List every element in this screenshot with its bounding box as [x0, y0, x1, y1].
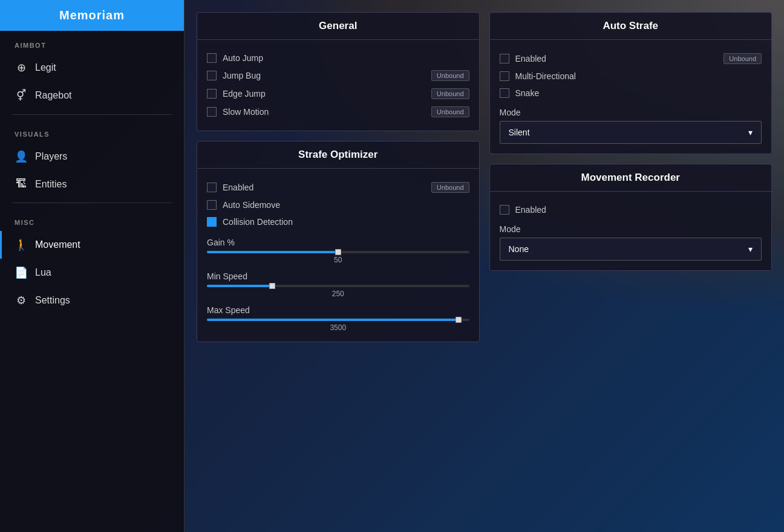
multi-directional-label: Multi-Directional: [515, 71, 762, 81]
gain-thumb[interactable]: [335, 249, 341, 255]
sidebar-item-ragebot[interactable]: ⚥ Ragebot: [0, 82, 184, 109]
as-mode-value: Silent: [509, 128, 530, 137]
max-speed-thumb[interactable]: [456, 317, 462, 323]
max-speed-value: 3500: [207, 323, 469, 332]
legit-icon: ⊕: [15, 61, 28, 74]
multi-directional-checkbox[interactable]: [500, 71, 509, 81]
snake-checkbox[interactable]: [500, 88, 509, 98]
sidebar-item-movement[interactable]: 🚶 Movement: [0, 231, 184, 259]
as-enabled-label: Enabled: [515, 54, 718, 63]
movement-recorder-body: Enabled Mode None ▾: [490, 192, 772, 270]
as-enabled-badge[interactable]: Unbound: [724, 53, 762, 64]
snake-label: Snake: [515, 88, 762, 98]
collision-detection-row: Collision Detection: [207, 213, 469, 230]
as-mode-row: Mode Silent ▾: [500, 108, 762, 144]
collision-detection-label: Collision Detection: [223, 217, 469, 227]
so-enabled-badge[interactable]: Unbound: [431, 182, 469, 193]
slow-motion-badge[interactable]: Unbound: [431, 106, 469, 117]
jump-bug-checkbox[interactable]: [207, 71, 217, 80]
collision-detection-checkbox[interactable]: [207, 217, 217, 227]
mr-mode-dropdown[interactable]: None ▾: [500, 238, 762, 261]
min-speed-fill: [207, 285, 272, 287]
sidebar-item-legit[interactable]: ⊕ Legit: [0, 54, 184, 82]
as-mode-label: Mode: [500, 108, 762, 117]
lua-icon: 📄: [15, 266, 28, 279]
as-enabled-checkbox[interactable]: [500, 54, 509, 63]
divider-1: [12, 114, 172, 115]
max-speed-slider-section: Max Speed 3500: [207, 305, 469, 332]
auto-jump-label: Auto Jump: [223, 53, 469, 63]
sidebar-item-entities[interactable]: 🏗 Entities: [0, 170, 184, 198]
gain-track[interactable]: [207, 251, 469, 253]
max-speed-label: Max Speed: [207, 305, 469, 315]
sidebar-item-label: Movement: [35, 239, 80, 250]
strafe-optimizer-panel: Strafe Optimizer Enabled Unbound Auto Si…: [197, 141, 480, 342]
sidebar-item-label: Players: [35, 151, 67, 162]
as-dropdown-chevron-icon: ▾: [748, 128, 753, 137]
min-speed-thumb[interactable]: [269, 283, 275, 289]
movement-recorder-panel: Movement Recorder Enabled Mode None ▾: [489, 164, 773, 271]
max-speed-track[interactable]: [207, 319, 469, 321]
auto-strafe-panel: Auto Strafe Enabled Unbound Multi-Direct…: [489, 12, 773, 154]
movement-recorder-title: Movement Recorder: [490, 164, 772, 192]
sidebar-item-label: Settings: [35, 295, 70, 306]
edge-jump-label: Edge Jump: [223, 89, 425, 99]
players-icon: 👤: [15, 150, 28, 163]
mr-dropdown-chevron-icon: ▾: [748, 244, 753, 254]
slow-motion-row: Slow Motion Unbound: [207, 103, 469, 121]
general-panel-title: General: [197, 13, 479, 40]
min-speed-track[interactable]: [207, 285, 469, 287]
as-enabled-row: Enabled Unbound: [500, 50, 762, 68]
sidebar-item-lua[interactable]: 📄 Lua: [0, 259, 184, 287]
mr-mode-row: Mode None ▾: [500, 224, 762, 261]
gain-value: 50: [207, 256, 469, 264]
sidebar-item-players[interactable]: 👤 Players: [0, 143, 184, 170]
sidebar-item-label: Legit: [35, 62, 56, 73]
jump-bug-badge[interactable]: Unbound: [431, 70, 469, 81]
so-enabled-checkbox[interactable]: [207, 183, 217, 192]
section-label-misc: MISC: [0, 208, 184, 231]
auto-strafe-body: Enabled Unbound Multi-Directional Snake …: [490, 40, 772, 154]
sidebar-item-label: Entities: [35, 179, 67, 190]
slow-motion-label: Slow Motion: [223, 107, 425, 117]
edge-jump-row: Edge Jump Unbound: [207, 85, 469, 103]
as-mode-dropdown[interactable]: Silent ▾: [500, 121, 762, 144]
auto-strafe-title: Auto Strafe: [490, 13, 772, 40]
sidebar-item-settings[interactable]: ⚙ Settings: [0, 287, 184, 314]
strafe-optimizer-body: Enabled Unbound Auto Sidemove Collision …: [197, 169, 479, 342]
gain-fill: [207, 251, 338, 253]
right-column: Auto Strafe Enabled Unbound Multi-Direct…: [489, 12, 773, 342]
divider-2: [12, 203, 172, 203]
movement-icon: 🚶: [15, 238, 28, 251]
jump-bug-label: Jump Bug: [223, 71, 425, 80]
max-speed-fill: [207, 319, 459, 321]
min-speed-value: 250: [207, 290, 469, 298]
general-panel: General Auto Jump Jump Bug Unbound Edge …: [197, 12, 480, 131]
auto-jump-checkbox[interactable]: [207, 53, 217, 63]
sidebar: Memoriam AIMBOT ⊕ Legit ⚥ Ragebot VISUAL…: [0, 0, 185, 532]
left-column: General Auto Jump Jump Bug Unbound Edge …: [197, 12, 480, 342]
min-speed-label: Min Speed: [207, 271, 469, 281]
mr-enabled-label: Enabled: [515, 205, 762, 215]
snake-row: Snake: [500, 85, 762, 102]
main-content: General Auto Jump Jump Bug Unbound Edge …: [185, 0, 784, 532]
slow-motion-checkbox[interactable]: [207, 107, 217, 117]
jump-bug-row: Jump Bug Unbound: [207, 66, 469, 85]
auto-sidemove-row: Auto Sidemove: [207, 196, 469, 213]
edge-jump-checkbox[interactable]: [207, 89, 217, 99]
mr-mode-value: None: [509, 244, 529, 254]
section-label-visuals: VISUALS: [0, 120, 184, 143]
sidebar-item-label: Ragebot: [35, 90, 72, 101]
ragebot-icon: ⚥: [15, 89, 28, 102]
sidebar-item-label: Lua: [35, 267, 51, 278]
auto-sidemove-checkbox[interactable]: [207, 200, 217, 210]
mr-enabled-checkbox[interactable]: [500, 205, 509, 215]
min-speed-slider-section: Min Speed 250: [207, 271, 469, 298]
mr-mode-label: Mode: [500, 224, 762, 234]
auto-sidemove-label: Auto Sidemove: [223, 200, 469, 210]
edge-jump-badge[interactable]: Unbound: [431, 88, 469, 99]
mr-enabled-row: Enabled: [500, 201, 762, 218]
multi-directional-row: Multi-Directional: [500, 68, 762, 85]
gain-slider-section: Gain % 50: [207, 238, 469, 264]
strafe-optimizer-title: Strafe Optimizer: [197, 141, 479, 169]
